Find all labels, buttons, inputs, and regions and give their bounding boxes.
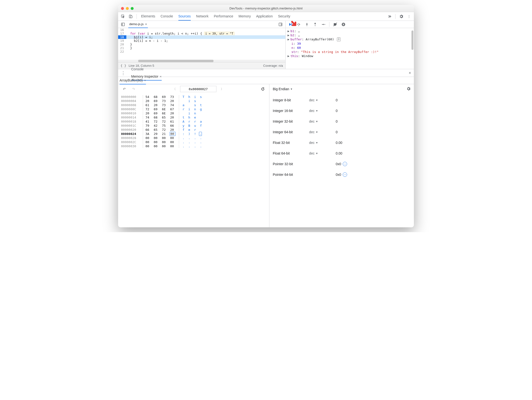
scope-this-value: Window <box>302 54 313 58</box>
value-row: Float 32-bitdec ▾0.00 <box>273 137 410 148</box>
value-mode-select[interactable]: dec ▾ <box>309 141 336 145</box>
redo-icon[interactable]: ↷ <box>130 86 137 92</box>
tab-sources[interactable]: Sources <box>178 12 191 21</box>
drawer-more-icon[interactable]: ⋮ <box>120 70 127 76</box>
value-interpreter: Integer 8-bitdec ▾0Integer 16-bitdec ▾0I… <box>269 94 414 227</box>
hex-viewer[interactable]: 0000000054686973This0000000420697320 is … <box>118 94 269 227</box>
svg-rect-15 <box>344 23 344 25</box>
refresh-icon[interactable] <box>259 86 266 92</box>
editor-tabs: demo-js.js × <box>118 21 285 28</box>
scope-b1-value: … <box>298 29 300 33</box>
scope-str-value: "This is a string in the ArrayBuffer :)!… <box>301 50 379 54</box>
debugger-toolbar <box>286 21 414 28</box>
scope-i-value: 39 <box>297 42 301 45</box>
main-toolbar: ElementsConsoleSourcesNetworkPerformance… <box>118 12 414 21</box>
pretty-print-icon[interactable]: { } <box>121 64 126 67</box>
value-toolbar: Big Endian ▾ <box>269 84 414 94</box>
window-title: DevTools - memory-inspector.glitch.me/de… <box>118 7 414 10</box>
value-mode-select[interactable]: dec ▾ <box>309 98 336 102</box>
scope-n-value: 60 <box>297 46 301 50</box>
close-subtab-icon[interactable]: × <box>144 79 146 82</box>
next-page-icon[interactable]: 〉 <box>219 86 226 92</box>
tab-security[interactable]: Security <box>278 12 290 20</box>
drawer-tabs: ⋮ ConsoleMemory Inspector× × <box>118 69 414 77</box>
step-into-icon[interactable] <box>304 21 310 28</box>
value-row: Integer 64-bitdec ▾0 <box>273 127 410 137</box>
hex-toolbar: ↶ ↷ 〈 〉 <box>118 84 269 94</box>
code-editor[interactable]: 16 17 for (var i = str.length; i < n; ++… <box>118 28 285 60</box>
editor-tab[interactable]: demo-js.js × <box>128 21 148 28</box>
inspect-icon[interactable] <box>120 13 126 20</box>
navigator-toggle-icon[interactable] <box>120 21 126 28</box>
value-row: Float 64-bitdec ▾0.00 <box>273 148 410 159</box>
tab-application[interactable]: Application <box>256 12 273 20</box>
endian-label: Big Endian <box>273 87 289 91</box>
value-row: Integer 8-bitdec ▾0 <box>273 95 410 105</box>
coverage-status: Coverage: n/a <box>263 64 283 67</box>
overflow-icon[interactable] <box>386 13 393 20</box>
scope-buffer-value: ArrayBuffer(60) <box>306 37 334 41</box>
titlebar: DevTools - memory-inspector.glitch.me/de… <box>118 5 414 12</box>
svg-point-10 <box>315 25 316 26</box>
tab-performance[interactable]: Performance <box>214 12 233 20</box>
pause-exceptions-icon[interactable] <box>340 21 347 28</box>
subtab-label: ArrayBuffer(60) <box>120 78 143 82</box>
deactivate-breakpoints-icon[interactable] <box>332 21 339 28</box>
address-input[interactable] <box>180 86 216 92</box>
vertical-scrollbar[interactable] <box>411 28 414 69</box>
value-row: Integer 16-bitdec ▾0 <box>273 105 410 116</box>
endian-select[interactable]: Big Endian ▾ <box>273 87 292 91</box>
value-row: Pointer 64-bit0x0→ <box>273 169 410 180</box>
tab-network[interactable]: Network <box>196 12 208 20</box>
tab-console[interactable]: Console <box>160 12 173 20</box>
value-mode-select[interactable]: dec ▾ <box>309 109 336 113</box>
scope-b2-value: … <box>298 33 300 37</box>
value-mode-select[interactable]: dec ▾ <box>309 151 336 155</box>
prev-page-icon[interactable]: 〈 <box>171 86 178 92</box>
step-icon[interactable] <box>320 21 327 28</box>
editor-tab-label: demo-js.js <box>129 22 144 26</box>
reveal-in-memory-icon[interactable]: ⠿ <box>337 37 341 41</box>
svg-rect-2 <box>130 16 132 18</box>
drawer-close-icon[interactable]: × <box>409 71 411 75</box>
value-mode-select[interactable]: dec ▾ <box>309 130 336 134</box>
more-icon[interactable]: ⋮ <box>406 13 412 20</box>
svg-rect-14 <box>343 23 343 25</box>
value-row: Pointer 32-bit0x0→ <box>273 159 410 169</box>
drawer-tab-console[interactable]: Console <box>131 66 162 73</box>
jump-to-address-icon[interactable]: → <box>343 172 347 177</box>
settings-icon[interactable] <box>398 13 405 20</box>
value-settings-icon[interactable] <box>407 87 410 91</box>
svg-point-11 <box>325 24 325 25</box>
jump-to-address-icon[interactable]: → <box>343 162 347 166</box>
undo-icon[interactable]: ↶ <box>121 86 128 92</box>
scope-variables[interactable]: ▶b1: … ▶b2: … ▶buffer: ArrayBuffer(60) ⠿… <box>286 28 414 69</box>
step-out-icon[interactable] <box>312 21 319 28</box>
horizontal-scrollbar[interactable] <box>118 60 285 62</box>
tab-memory[interactable]: Memory <box>239 12 251 20</box>
svg-point-9 <box>307 25 307 26</box>
memory-inspector-subtab[interactable]: ArrayBuffer(60) × <box>120 77 146 84</box>
device-toggle-icon[interactable] <box>127 13 134 20</box>
svg-point-13 <box>342 23 345 26</box>
debugger-toggle-icon[interactable] <box>277 21 284 28</box>
tab-elements[interactable]: Elements <box>141 12 155 20</box>
close-tab-icon[interactable]: × <box>145 22 147 26</box>
value-mode-select[interactable]: dec ▾ <box>309 119 336 123</box>
value-row: Integer 32-bitdec ▾0 <box>273 116 410 127</box>
